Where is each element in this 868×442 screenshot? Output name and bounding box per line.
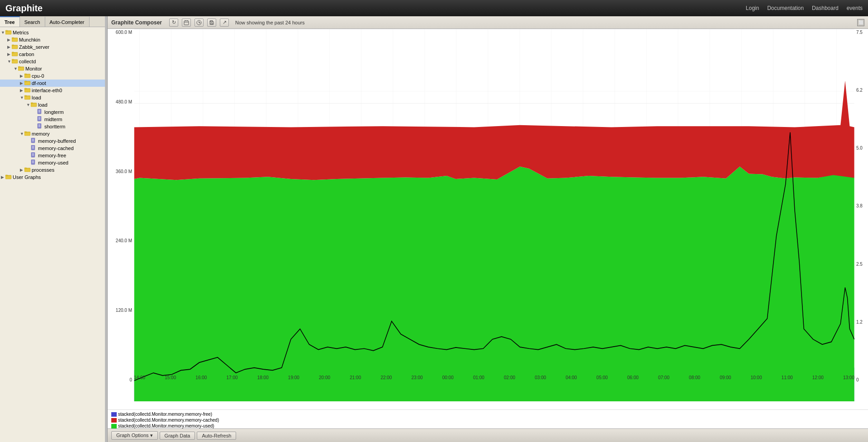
svg-rect-30 bbox=[38, 123, 41, 128]
maximize-button[interactable]: ⬜ bbox=[857, 19, 864, 26]
nav-links: Login Documentation Dashboard events bbox=[746, 5, 863, 11]
tree-item-memory-free[interactable]: memory-free bbox=[0, 152, 107, 159]
svg-rect-11 bbox=[18, 66, 20, 67]
expand-icon-munchkin[interactable]: ▶ bbox=[7, 38, 12, 42]
svg-rect-17 bbox=[24, 88, 27, 89]
tree-container: ▼Metrics▶Munchkin▶Zabbk_server▶carbon▼co… bbox=[0, 27, 107, 442]
expand-icon-load[interactable]: ▼ bbox=[20, 95, 24, 100]
x-axis-label: 15:00 bbox=[165, 375, 176, 382]
legend-item: stacked(collectd.Monitor.memory.memory-f… bbox=[111, 412, 759, 417]
nav-dashboard[interactable]: Dashboard bbox=[812, 5, 839, 11]
tree-item-carbon[interactable]: ▶carbon bbox=[0, 51, 107, 58]
graph-options-button[interactable]: Graph Options ▾ bbox=[111, 431, 158, 440]
svg-rect-40 bbox=[31, 145, 35, 150]
file-icon-memory-free bbox=[31, 152, 37, 159]
x-axis-label: 06:00 bbox=[627, 375, 639, 382]
tree-item-load2[interactable]: ▼load bbox=[0, 101, 107, 108]
tree-item-interface-eth0[interactable]: ▶interface-eth0 bbox=[0, 87, 107, 94]
expand-icon-interface-eth0[interactable]: ▶ bbox=[20, 88, 24, 93]
tab-search[interactable]: Search bbox=[20, 16, 45, 27]
svg-rect-35 bbox=[24, 132, 27, 132]
folder-icon-zabbk_server bbox=[12, 44, 18, 50]
tree-item-munchkin[interactable]: ▶Munchkin bbox=[0, 36, 107, 43]
x-axis-label: 18:00 bbox=[257, 375, 269, 382]
file-icon-memory-cached bbox=[31, 145, 37, 151]
share-button[interactable]: ↗ bbox=[220, 19, 229, 27]
svg-rect-7 bbox=[12, 52, 14, 53]
x-axis-label: 09:00 bbox=[720, 375, 731, 382]
file-icon-memory-used bbox=[31, 160, 37, 166]
svg-rect-1 bbox=[5, 30, 8, 31]
legend-label: stacked(collectd.Monitor.memory.memory-f… bbox=[118, 412, 212, 417]
legend-color-swatch bbox=[111, 424, 117, 428]
tree-item-shortterm[interactable]: shortterm bbox=[0, 123, 107, 130]
svg-rect-15 bbox=[24, 81, 27, 82]
nav-login[interactable]: Login bbox=[746, 5, 759, 11]
x-axis: 14:0015:0016:0017:0018:0019:0020:0021:00… bbox=[134, 375, 854, 382]
sidebar: Tree Search Auto-Completer ▼Metrics▶Munc… bbox=[0, 16, 108, 442]
tree-item-memory[interactable]: ▼memory bbox=[0, 130, 107, 137]
tree-label-metrics: Metrics bbox=[13, 30, 28, 35]
expand-icon-load2[interactable]: ▼ bbox=[26, 103, 31, 107]
svg-rect-3 bbox=[12, 38, 14, 38]
tree-item-memory-used[interactable]: memory-used bbox=[0, 159, 107, 166]
folder-icon-load2 bbox=[31, 102, 37, 108]
svg-rect-36 bbox=[31, 138, 35, 143]
tree-label-monitor: Monitor bbox=[25, 66, 42, 71]
svg-rect-48 bbox=[31, 160, 35, 165]
tree-label-midterm: midterm bbox=[44, 117, 62, 122]
graph-data-button[interactable]: Graph Data bbox=[160, 432, 195, 440]
legend-color-swatch bbox=[111, 418, 117, 423]
x-axis-label: 20:00 bbox=[319, 375, 330, 382]
tab-auto-completer[interactable]: Auto-Completer bbox=[45, 16, 90, 27]
tree-label-shortterm: shortterm bbox=[44, 124, 65, 129]
tree-item-longterm[interactable]: longterm bbox=[0, 108, 107, 116]
tree-item-df-root[interactable]: ▶df-root bbox=[0, 80, 107, 87]
expand-icon-processes[interactable]: ▶ bbox=[20, 168, 24, 172]
tree-item-collectd[interactable]: ▼collectd bbox=[0, 58, 107, 65]
x-axis-label: 12:00 bbox=[812, 375, 824, 382]
tab-tree[interactable]: Tree bbox=[0, 16, 20, 27]
nav-documentation[interactable]: Documentation bbox=[767, 5, 804, 11]
tree-item-processes[interactable]: ▶processes bbox=[0, 166, 107, 174]
tree-label-cpu-0: cpu-0 bbox=[32, 73, 44, 79]
sidebar-resize-handle[interactable] bbox=[105, 16, 107, 442]
graph-area: 600.0 M480.0 M360.0 M240.0 M120.0 M0 7.5… bbox=[108, 29, 868, 428]
tree-item-cpu-0[interactable]: ▶cpu-0 bbox=[0, 72, 107, 80]
calendar-button[interactable] bbox=[182, 19, 191, 27]
folder-icon-interface-eth0 bbox=[24, 87, 31, 94]
tree-item-memory-cached[interactable]: memory-cached bbox=[0, 145, 107, 152]
expand-icon-zabbk_server[interactable]: ▶ bbox=[7, 45, 12, 49]
expand-icon-df-root[interactable]: ▶ bbox=[20, 81, 24, 85]
time-label: Now showing the past 24 hours bbox=[235, 20, 304, 25]
expand-icon-cpu-0[interactable]: ▶ bbox=[20, 74, 24, 78]
expand-icon-metrics[interactable]: ▼ bbox=[1, 30, 5, 35]
svg-rect-63 bbox=[211, 23, 213, 24]
tree-item-zabbk_server[interactable]: ▶Zabbk_server bbox=[0, 43, 107, 51]
nav-events[interactable]: events bbox=[847, 5, 863, 11]
auto-refresh-button[interactable]: Auto-Refresh bbox=[197, 432, 236, 440]
x-axis-label: 05:00 bbox=[597, 375, 608, 382]
x-axis-label: 22:00 bbox=[380, 375, 392, 382]
refresh-button[interactable]: ↻ bbox=[169, 19, 178, 27]
expand-icon-user-graphs[interactable]: ▶ bbox=[1, 175, 5, 179]
x-axis-label: 14:00 bbox=[134, 375, 145, 382]
tree-item-metrics[interactable]: ▼Metrics bbox=[0, 29, 107, 36]
svg-line-62 bbox=[199, 23, 200, 23]
clock-button[interactable] bbox=[194, 19, 204, 27]
tree-item-monitor[interactable]: ▼Monitor bbox=[0, 65, 107, 72]
folder-icon-collectd bbox=[12, 58, 18, 65]
tree-item-user-graphs[interactable]: ▶User Graphs bbox=[0, 174, 107, 181]
tree-item-memory-buffered[interactable]: memory-buffered bbox=[0, 137, 107, 145]
expand-icon-collectd[interactable]: ▼ bbox=[7, 59, 12, 64]
expand-icon-monitor[interactable]: ▼ bbox=[14, 66, 18, 71]
expand-icon-carbon[interactable]: ▶ bbox=[7, 52, 12, 56]
svg-rect-21 bbox=[31, 103, 33, 103]
save-button[interactable] bbox=[207, 19, 216, 27]
tree-item-midterm[interactable]: midterm bbox=[0, 116, 107, 123]
tree-item-load[interactable]: ▼load bbox=[0, 94, 107, 101]
tree-label-munchkin: Munchkin bbox=[19, 37, 40, 42]
bottom-toolbar: Graph Options ▾ Graph Data Auto-Refresh bbox=[108, 428, 868, 442]
svg-rect-9 bbox=[12, 59, 14, 60]
expand-icon-memory[interactable]: ▼ bbox=[20, 132, 24, 136]
